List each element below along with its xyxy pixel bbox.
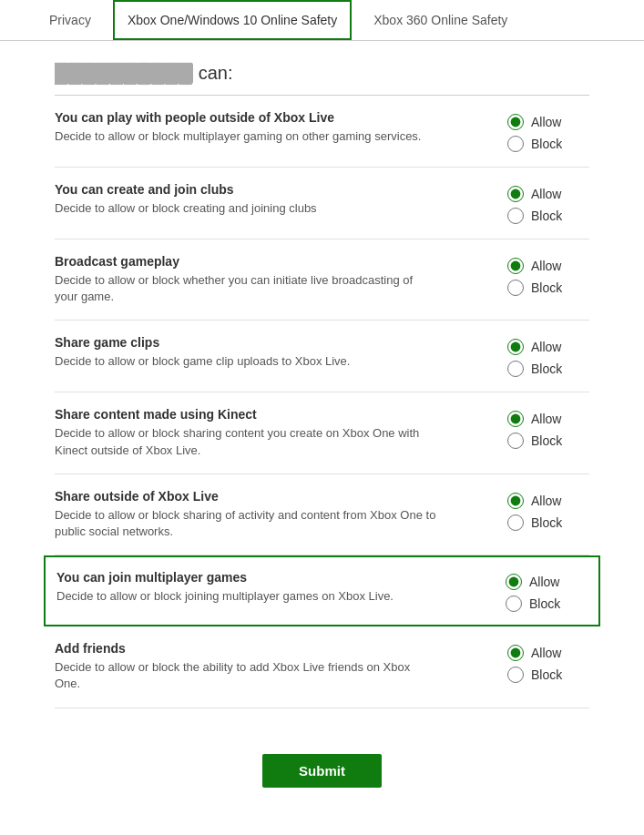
radio-label-block: Block bbox=[531, 137, 562, 151]
radio-block-multiplayer-join[interactable]: Block bbox=[506, 596, 588, 612]
setting-title-kinect: Share content made using Kinect bbox=[55, 407, 437, 422]
setting-desc-multiplayer-outside: Decide to allow or block multiplayer gam… bbox=[55, 128, 437, 145]
radio-allow-add-friends[interactable]: Allow bbox=[507, 645, 589, 661]
radio-group-share-outside: AllowBlock bbox=[507, 489, 589, 531]
radio-block-add-friends[interactable]: Block bbox=[507, 667, 589, 683]
setting-desc-broadcast: Decide to allow or block whether you can… bbox=[55, 272, 437, 305]
radio-group-broadcast: AllowBlock bbox=[507, 254, 589, 296]
radio-group-add-friends: AllowBlock bbox=[507, 641, 589, 683]
radio-block-clubs[interactable]: Block bbox=[507, 208, 589, 224]
setting-title-share-outside: Share outside of Xbox Live bbox=[55, 489, 437, 504]
tab-xbox-one[interactable]: Xbox One/Windows 10 Online Safety bbox=[113, 0, 352, 40]
radio-input-block-add-friends[interactable] bbox=[507, 667, 524, 683]
setting-row-add-friends: Add friendsDecide to allow or block the … bbox=[55, 626, 589, 708]
radio-group-clubs: AllowBlock bbox=[507, 182, 589, 224]
radio-label-allow: Allow bbox=[531, 412, 561, 426]
setting-title-multiplayer-join: You can join multiplayer games bbox=[56, 570, 439, 585]
setting-text-clubs: You can create and join clubsDecide to a… bbox=[55, 182, 437, 217]
setting-text-broadcast: Broadcast gameplayDecide to allow or blo… bbox=[55, 254, 437, 305]
radio-group-multiplayer-join: AllowBlock bbox=[506, 570, 588, 612]
setting-title-add-friends: Add friends bbox=[55, 641, 437, 656]
setting-row-kinect: Share content made using KinectDecide to… bbox=[55, 392, 589, 474]
content-area: ██████████ can: You can play with people… bbox=[0, 41, 644, 736]
radio-input-block-multiplayer-outside[interactable] bbox=[507, 136, 524, 152]
radio-label-allow: Allow bbox=[531, 340, 561, 354]
setting-text-kinect: Share content made using KinectDecide to… bbox=[55, 407, 437, 458]
radio-input-block-multiplayer-join[interactable] bbox=[506, 596, 522, 612]
setting-title-multiplayer-outside: You can play with people outside of Xbox… bbox=[55, 110, 437, 125]
radio-label-block: Block bbox=[531, 515, 562, 530]
radio-input-block-clubs[interactable] bbox=[507, 208, 524, 224]
radio-block-game-clips[interactable]: Block bbox=[507, 361, 589, 377]
radio-label-block: Block bbox=[531, 209, 562, 223]
setting-row-game-clips: Share game clipsDecide to allow or block… bbox=[55, 321, 589, 392]
setting-row-share-outside: Share outside of Xbox LiveDecide to allo… bbox=[55, 474, 589, 555]
submit-area: Submit bbox=[0, 736, 644, 815]
radio-label-block: Block bbox=[531, 667, 562, 682]
radio-label-allow: Allow bbox=[531, 187, 561, 201]
tab-bar: PrivacyXbox One/Windows 10 Online Safety… bbox=[0, 0, 644, 41]
radio-input-block-share-outside[interactable] bbox=[507, 514, 524, 531]
radio-block-multiplayer-outside[interactable]: Block bbox=[507, 136, 589, 152]
setting-text-multiplayer-outside: You can play with people outside of Xbox… bbox=[55, 110, 437, 145]
setting-desc-multiplayer-join: Decide to allow or block joining multipl… bbox=[56, 588, 439, 605]
settings-list: You can play with people outside of Xbox… bbox=[55, 96, 589, 708]
setting-text-add-friends: Add friendsDecide to allow or block the … bbox=[55, 641, 437, 692]
setting-desc-clubs: Decide to allow or block creating and jo… bbox=[55, 200, 437, 217]
radio-allow-share-outside[interactable]: Allow bbox=[507, 493, 589, 509]
radio-label-block: Block bbox=[531, 280, 562, 295]
radio-label-allow: Allow bbox=[531, 259, 561, 273]
radio-input-block-game-clips[interactable] bbox=[507, 361, 524, 377]
radio-label-allow: Allow bbox=[529, 575, 559, 589]
setting-desc-game-clips: Decide to allow or block game clip uploa… bbox=[55, 353, 437, 370]
radio-input-allow-broadcast[interactable] bbox=[507, 258, 524, 274]
setting-row-broadcast: Broadcast gameplayDecide to allow or blo… bbox=[55, 239, 589, 321]
setting-title-broadcast: Broadcast gameplay bbox=[55, 254, 437, 269]
radio-label-allow: Allow bbox=[531, 115, 561, 129]
radio-allow-multiplayer-join[interactable]: Allow bbox=[506, 574, 588, 590]
setting-row-multiplayer-outside: You can play with people outside of Xbox… bbox=[55, 96, 589, 168]
tab-privacy[interactable]: Privacy bbox=[36, 2, 104, 38]
setting-desc-add-friends: Decide to allow or block the ability to … bbox=[55, 659, 437, 692]
radio-input-allow-game-clips[interactable] bbox=[507, 339, 524, 355]
setting-text-multiplayer-join: You can join multiplayer gamesDecide to … bbox=[56, 570, 439, 605]
radio-input-allow-clubs[interactable] bbox=[507, 186, 524, 202]
radio-allow-game-clips[interactable]: Allow bbox=[507, 339, 589, 355]
radio-group-game-clips: AllowBlock bbox=[507, 335, 589, 377]
radio-group-multiplayer-outside: AllowBlock bbox=[507, 110, 589, 152]
radio-label-allow: Allow bbox=[531, 646, 561, 660]
submit-button[interactable]: Submit bbox=[262, 754, 382, 788]
setting-desc-share-outside: Decide to allow or block sharing of acti… bbox=[55, 507, 437, 540]
player-name: ██████████ bbox=[55, 63, 193, 84]
radio-input-block-kinect[interactable] bbox=[507, 433, 524, 449]
radio-label-allow: Allow bbox=[531, 494, 561, 508]
radio-allow-clubs[interactable]: Allow bbox=[507, 186, 589, 202]
setting-text-share-outside: Share outside of Xbox LiveDecide to allo… bbox=[55, 489, 437, 540]
radio-input-allow-multiplayer-join[interactable] bbox=[506, 574, 522, 590]
tab-xbox-360[interactable]: Xbox 360 Online Safety bbox=[361, 2, 520, 38]
radio-label-block: Block bbox=[531, 433, 562, 448]
setting-title-clubs: You can create and join clubs bbox=[55, 182, 437, 197]
radio-allow-broadcast[interactable]: Allow bbox=[507, 258, 589, 274]
radio-input-allow-multiplayer-outside[interactable] bbox=[507, 114, 524, 130]
radio-allow-kinect[interactable]: Allow bbox=[507, 411, 589, 427]
radio-input-allow-kinect[interactable] bbox=[507, 411, 524, 427]
radio-group-kinect: AllowBlock bbox=[507, 407, 589, 449]
heading-suffix: can: bbox=[199, 63, 233, 84]
radio-label-block: Block bbox=[529, 596, 560, 611]
radio-input-allow-add-friends[interactable] bbox=[507, 645, 524, 661]
setting-title-game-clips: Share game clips bbox=[55, 335, 437, 350]
setting-text-game-clips: Share game clipsDecide to allow or block… bbox=[55, 335, 437, 370]
radio-block-share-outside[interactable]: Block bbox=[507, 514, 589, 531]
setting-row-multiplayer-join: You can join multiplayer gamesDecide to … bbox=[44, 555, 600, 626]
radio-block-kinect[interactable]: Block bbox=[507, 433, 589, 449]
radio-block-broadcast[interactable]: Block bbox=[507, 280, 589, 296]
setting-desc-kinect: Decide to allow or block sharing content… bbox=[55, 425, 437, 458]
radio-allow-multiplayer-outside[interactable]: Allow bbox=[507, 114, 589, 130]
setting-row-clubs: You can create and join clubsDecide to a… bbox=[55, 168, 589, 239]
radio-label-block: Block bbox=[531, 361, 562, 376]
radio-input-allow-share-outside[interactable] bbox=[507, 493, 524, 509]
radio-input-block-broadcast[interactable] bbox=[507, 280, 524, 296]
player-heading: ██████████ can: bbox=[55, 63, 589, 84]
